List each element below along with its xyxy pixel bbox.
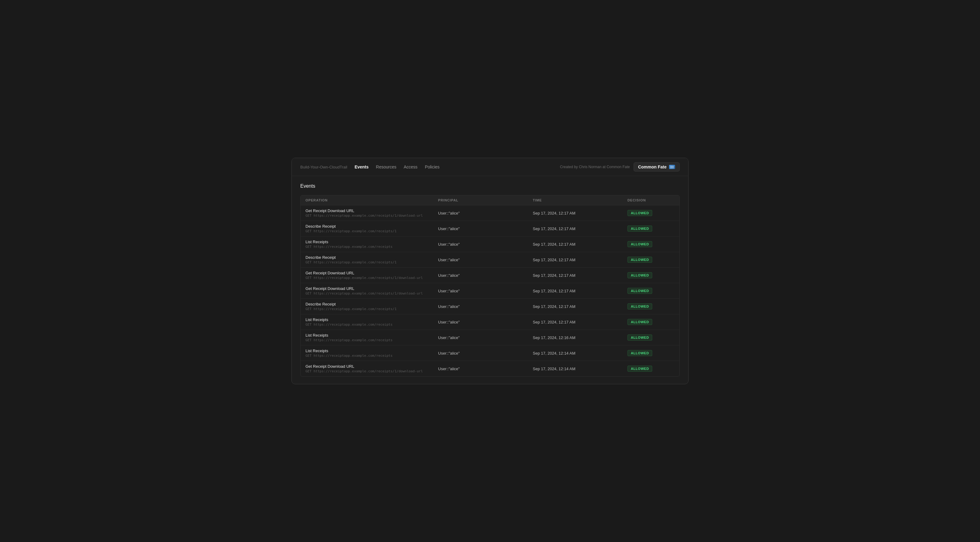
cell-principal-8: User::"alice" [433, 330, 528, 345]
events-table-container: OPERATION PRINCIPAL TIME DECISION Get Re… [300, 195, 680, 377]
decision-badge-5: ALLOWED [627, 288, 652, 294]
table-row[interactable]: Describe Receipt GET https://receiptapp.… [301, 221, 679, 236]
table-header: OPERATION PRINCIPAL TIME DECISION [301, 195, 679, 205]
decision-badge-6: ALLOWED [627, 303, 652, 309]
decision-badge-3: ALLOWED [627, 257, 652, 263]
operation-url-5: GET https://receiptapp.example.com/recei… [305, 292, 428, 295]
nav-link-resources[interactable]: Resources [376, 165, 396, 170]
cell-operation-3: Describe Receipt GET https://receiptapp.… [301, 252, 433, 268]
table-row[interactable]: List Receipts GET https://receiptapp.exa… [301, 330, 679, 345]
table-row[interactable]: Get Receipt Download URL GET https://rec… [301, 361, 679, 377]
navbar: Build-Your-Own-CloudTrail Events Resourc… [292, 158, 688, 176]
operation-cell-8: List Receipts GET https://receiptapp.exa… [305, 333, 428, 342]
operation-url-2: GET https://receiptapp.example.com/recei… [305, 245, 428, 249]
cell-principal-10: User::"alice" [433, 361, 528, 377]
nav-link-events[interactable]: Events [355, 165, 369, 170]
cell-operation-8: List Receipts GET https://receiptapp.exa… [301, 330, 433, 345]
operation-url-10: GET https://receiptapp.example.com/recei… [305, 369, 428, 373]
principal-text-3: User::"alice" [438, 258, 460, 262]
content-area: Events OPERATION PRINCIPAL TIME DECISION… [292, 176, 688, 384]
principal-text-4: User::"alice" [438, 273, 460, 278]
operation-cell-3: Describe Receipt GET https://receiptapp.… [305, 255, 428, 264]
cell-operation-7: List Receipts GET https://receiptapp.exa… [301, 314, 433, 330]
table-row[interactable]: List Receipts GET https://receiptapp.exa… [301, 236, 679, 252]
events-table: OPERATION PRINCIPAL TIME DECISION Get Re… [301, 195, 679, 376]
cell-time-4: Sep 17, 2024, 12:17 AM [528, 268, 622, 283]
operation-name-2: List Receipts [305, 239, 428, 244]
principal-text-10: User::"alice" [438, 366, 460, 371]
created-by-text: Created by Chris Norman at Common Fate [560, 165, 630, 169]
operation-name-7: List Receipts [305, 317, 428, 322]
cell-principal-5: User::"alice" [433, 283, 528, 299]
cell-time-0: Sep 17, 2024, 12:17 AM [528, 205, 622, 221]
cell-decision-8: ALLOWED [622, 330, 679, 345]
time-text-4: Sep 17, 2024, 12:17 AM [533, 273, 576, 278]
operation-url-6: GET https://receiptapp.example.com/recei… [305, 307, 428, 311]
operation-name-4: Get Receipt Download URL [305, 271, 428, 275]
cell-time-9: Sep 17, 2024, 12:14 AM [528, 345, 622, 361]
cell-operation-0: Get Receipt Download URL GET https://rec… [301, 205, 433, 221]
cell-decision-1: ALLOWED [622, 221, 679, 236]
cell-decision-5: ALLOWED [622, 283, 679, 299]
operation-url-0: GET https://receiptapp.example.com/recei… [305, 214, 428, 217]
cell-principal-4: User::"alice" [433, 268, 528, 283]
operation-url-4: GET https://receiptapp.example.com/recei… [305, 276, 428, 280]
decision-badge-7: ALLOWED [627, 319, 652, 325]
cell-decision-7: ALLOWED [622, 314, 679, 330]
nav-links: Events Resources Access Policies [355, 165, 553, 170]
operation-url-7: GET https://receiptapp.example.com/recei… [305, 323, 428, 326]
table-row[interactable]: Describe Receipt GET https://receiptapp.… [301, 299, 679, 314]
operation-name-10: Get Receipt Download URL [305, 364, 428, 369]
principal-text-6: User::"alice" [438, 304, 460, 309]
cell-decision-10: ALLOWED [622, 361, 679, 377]
table-row[interactable]: Get Receipt Download URL GET https://rec… [301, 268, 679, 283]
principal-text-1: User::"alice" [438, 227, 460, 231]
col-header-time: TIME [528, 195, 622, 205]
decision-badge-2: ALLOWED [627, 241, 652, 247]
main-window: Build-Your-Own-CloudTrail Events Resourc… [291, 158, 689, 384]
operation-name-3: Describe Receipt [305, 255, 428, 260]
time-text-10: Sep 17, 2024, 12:14 AM [533, 366, 576, 371]
cell-time-7: Sep 17, 2024, 12:17 AM [528, 314, 622, 330]
nav-link-policies[interactable]: Policies [425, 165, 440, 170]
operation-cell-1: Describe Receipt GET https://receiptapp.… [305, 224, 428, 233]
cell-principal-7: User::"alice" [433, 314, 528, 330]
cell-decision-3: ALLOWED [622, 252, 679, 268]
operation-url-1: GET https://receiptapp.example.com/recei… [305, 229, 428, 233]
operation-name-8: List Receipts [305, 333, 428, 338]
cell-principal-9: User::"alice" [433, 345, 528, 361]
decision-badge-4: ALLOWED [627, 272, 652, 278]
cell-decision-6: ALLOWED [622, 299, 679, 314]
cell-time-6: Sep 17, 2024, 12:17 AM [528, 299, 622, 314]
common-fate-badge[interactable]: Common Fate [633, 162, 680, 171]
operation-url-3: GET https://receiptapp.example.com/recei… [305, 260, 428, 264]
time-text-0: Sep 17, 2024, 12:17 AM [533, 211, 576, 216]
nav-link-access[interactable]: Access [404, 165, 418, 170]
decision-badge-8: ALLOWED [627, 334, 652, 341]
decision-badge-10: ALLOWED [627, 366, 652, 372]
time-text-7: Sep 17, 2024, 12:17 AM [533, 320, 576, 325]
cell-time-5: Sep 17, 2024, 12:17 AM [528, 283, 622, 299]
decision-badge-9: ALLOWED [627, 350, 652, 356]
table-body: Get Receipt Download URL GET https://rec… [301, 205, 679, 377]
cell-operation-6: Describe Receipt GET https://receiptapp.… [301, 299, 433, 314]
principal-text-7: User::"alice" [438, 320, 460, 325]
nav-right: Created by Chris Norman at Common Fate C… [560, 162, 680, 171]
cell-principal-1: User::"alice" [433, 221, 528, 236]
operation-cell-4: Get Receipt Download URL GET https://rec… [305, 271, 428, 280]
cell-operation-2: List Receipts GET https://receiptapp.exa… [301, 236, 433, 252]
cell-principal-0: User::"alice" [433, 205, 528, 221]
table-row[interactable]: List Receipts GET https://receiptapp.exa… [301, 345, 679, 361]
table-row[interactable]: Describe Receipt GET https://receiptapp.… [301, 252, 679, 268]
time-text-2: Sep 17, 2024, 12:17 AM [533, 242, 576, 247]
principal-text-5: User::"alice" [438, 289, 460, 293]
cell-operation-10: Get Receipt Download URL GET https://rec… [301, 361, 433, 377]
time-text-5: Sep 17, 2024, 12:17 AM [533, 289, 576, 293]
principal-text-9: User::"alice" [438, 351, 460, 355]
operation-cell-5: Get Receipt Download URL GET https://rec… [305, 286, 428, 295]
table-row[interactable]: Get Receipt Download URL GET https://rec… [301, 283, 679, 299]
cell-decision-2: ALLOWED [622, 236, 679, 252]
table-row[interactable]: Get Receipt Download URL GET https://rec… [301, 205, 679, 221]
table-row[interactable]: List Receipts GET https://receiptapp.exa… [301, 314, 679, 330]
operation-url-9: GET https://receiptapp.example.com/recei… [305, 354, 428, 358]
